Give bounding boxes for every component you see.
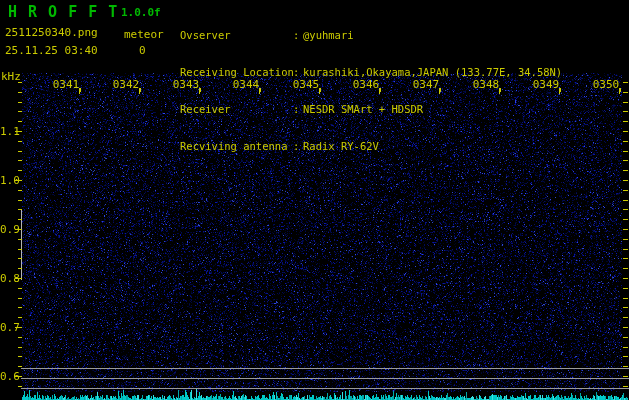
y-axis-unit-label: kHz bbox=[1, 70, 21, 83]
y-tick-label-0.9: 0.9 bbox=[0, 223, 16, 236]
info-row-observer: Ovserver:@yuhmari bbox=[180, 29, 562, 41]
y-tick-label-0.6: 0.6 bbox=[0, 370, 16, 383]
info-row-antenna: Recviving antenna:Radix RY-62V bbox=[180, 140, 562, 152]
time-label-0342: 0342 bbox=[96, 78, 156, 91]
y-tick-label-1.1: 1.1 bbox=[0, 125, 16, 138]
time-label-0347: 0347 bbox=[396, 78, 456, 91]
info-value: @yuhmari bbox=[303, 29, 354, 41]
y-tick-label-0.7: 0.7 bbox=[0, 321, 16, 334]
info-row-receiver: Receiver:NESDR SMArt + HDSDR bbox=[180, 103, 562, 115]
info-colon: : bbox=[293, 66, 303, 78]
time-label-0348: 0348 bbox=[456, 78, 516, 91]
app-version: 1.0.0f bbox=[121, 6, 161, 19]
info-value: NESDR SMArt + HDSDR bbox=[303, 103, 423, 115]
info-value: Radix RY-62V bbox=[303, 140, 379, 152]
y-tick-label-0.8: 0.8 bbox=[0, 272, 16, 285]
info-label: Recviving antenna bbox=[180, 140, 293, 152]
y-tick-label-1.0: 1.0 bbox=[0, 174, 16, 187]
app-title: H R O F F T bbox=[8, 3, 118, 21]
info-colon: : bbox=[293, 140, 303, 152]
time-label-0345: 0345 bbox=[276, 78, 336, 91]
time-label-0344: 0344 bbox=[216, 78, 276, 91]
time-label-0346: 0346 bbox=[336, 78, 396, 91]
time-label-0350: 0350 bbox=[576, 78, 629, 91]
time-label-0341: 0341 bbox=[36, 78, 96, 91]
info-label: Ovserver bbox=[180, 29, 293, 41]
info-label: Receiving Location bbox=[180, 66, 293, 78]
meteor-count-value: 0 bbox=[139, 44, 146, 57]
info-label: Receiver bbox=[180, 103, 293, 115]
info-colon: : bbox=[293, 103, 303, 115]
time-label-0349: 0349 bbox=[516, 78, 576, 91]
hrofft-output-image: H R O F F T 1.0.0f 2511250340.png meteor… bbox=[0, 0, 629, 400]
info-colon: : bbox=[293, 29, 303, 41]
output-filename: 2511250340.png bbox=[5, 26, 98, 39]
meteor-counter-label: meteor bbox=[124, 28, 164, 41]
observation-datetime: 25.11.25 03:40 bbox=[5, 44, 98, 57]
time-label-0343: 0343 bbox=[156, 78, 216, 91]
info-value: kurashiki,Okayama,JAPAN (133.77E, 34.58N… bbox=[303, 66, 562, 78]
info-row-location: Receiving Location:kurashiki,Okayama,JAP… bbox=[180, 66, 562, 78]
